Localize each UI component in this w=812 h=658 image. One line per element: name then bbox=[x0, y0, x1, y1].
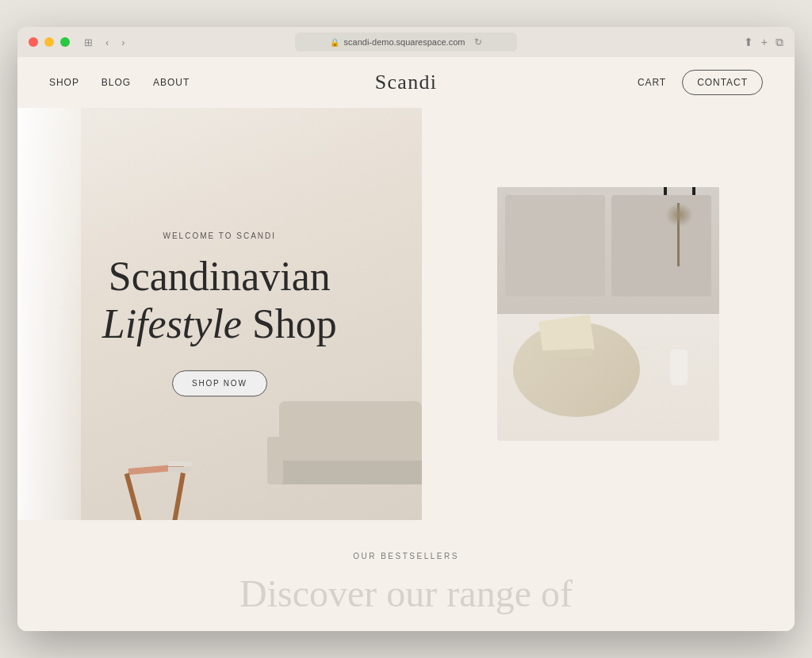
title-bar: ⊞ ‹ › 🔒 scandi-demo.squarespace.com ↻ ⬆ … bbox=[17, 27, 795, 57]
img-side-table-leg1 bbox=[664, 187, 667, 195]
nav-controls: ⊞ ‹ › bbox=[81, 35, 128, 50]
title-bar-right-actions: ⬆ + ⧉ bbox=[744, 36, 783, 49]
chair-leg-right bbox=[170, 472, 186, 520]
bestsellers-title: Discover our range of bbox=[49, 572, 763, 615]
sofa-arm bbox=[267, 437, 283, 484]
coffee-table-scene bbox=[497, 187, 719, 441]
sofa-decoration bbox=[263, 393, 422, 504]
refresh-icon[interactable]: ↻ bbox=[474, 36, 482, 48]
bestsellers-label: OUR BESTSELLERS bbox=[49, 552, 763, 560]
hero-subtitle: WELCOME TO SCANDI bbox=[77, 231, 362, 240]
curtain-decoration bbox=[17, 108, 81, 520]
sofa-back bbox=[279, 401, 422, 465]
book-1 bbox=[168, 461, 192, 466]
nav-shop[interactable]: SHOP bbox=[49, 77, 79, 88]
forward-button[interactable]: › bbox=[118, 35, 128, 50]
new-tab-button[interactable]: + bbox=[761, 36, 768, 48]
hero-title-normal: Shop bbox=[242, 301, 337, 346]
img-coffee-table bbox=[513, 322, 640, 417]
room-scene: WELCOME TO SCANDI Scandinavian Lifestyle… bbox=[17, 108, 422, 520]
img-sofa-cushion-left bbox=[505, 195, 605, 296]
back-button[interactable]: ‹ bbox=[102, 35, 112, 50]
hero-text-overlay: WELCOME TO SCANDI Scandinavian Lifestyle… bbox=[77, 231, 362, 396]
hero-image-right bbox=[422, 108, 795, 520]
shop-now-button[interactable]: SHOP NOW bbox=[172, 370, 267, 396]
img-vase bbox=[670, 350, 688, 385]
img-sofa-cushion-right bbox=[611, 195, 711, 296]
duplicate-button[interactable]: ⧉ bbox=[776, 36, 783, 49]
hero-title: Scandinavian Lifestyle Shop bbox=[77, 253, 362, 348]
bestsellers-section: OUR BESTSELLERS Discover our range of bbox=[17, 520, 795, 631]
books-decoration bbox=[168, 461, 192, 472]
share-button[interactable]: ⬆ bbox=[744, 36, 753, 48]
website-content: SHOP BLOG ABOUT Scandi CART CONTACT bbox=[17, 57, 795, 631]
chair-leg-left bbox=[124, 473, 146, 520]
address-bar[interactable]: 🔒 scandi-demo.squarespace.com ↻ bbox=[295, 33, 517, 52]
url-text: scandi-demo.squarespace.com bbox=[344, 37, 465, 47]
traffic-lights bbox=[29, 37, 70, 47]
hero-image-left: WELCOME TO SCANDI Scandinavian Lifestyle… bbox=[17, 108, 422, 520]
lock-icon: 🔒 bbox=[330, 38, 339, 47]
minimize-button[interactable] bbox=[44, 37, 54, 47]
nav-right: CART CONTACT bbox=[638, 70, 763, 95]
coffee-table-image bbox=[497, 187, 719, 441]
maximize-button[interactable] bbox=[60, 37, 70, 47]
navigation: SHOP BLOG ABOUT Scandi CART CONTACT bbox=[17, 57, 795, 108]
hero-section: WELCOME TO SCANDI Scandinavian Lifestyle… bbox=[17, 108, 795, 520]
nav-contact[interactable]: CONTACT bbox=[682, 70, 763, 95]
nav-about[interactable]: ABOUT bbox=[153, 77, 190, 88]
img-side-table-leg2 bbox=[692, 187, 695, 195]
sofa-seat bbox=[279, 461, 422, 484]
img-pampas-grass bbox=[677, 203, 680, 266]
close-button[interactable] bbox=[29, 37, 38, 47]
book-2 bbox=[168, 467, 190, 472]
sidebar-toggle-button[interactable]: ⊞ bbox=[81, 35, 96, 50]
hero-title-line1: Scandinavian bbox=[109, 254, 331, 299]
nav-left: SHOP BLOG ABOUT bbox=[49, 77, 190, 88]
site-logo[interactable]: Scandi bbox=[375, 71, 438, 94]
hero-title-italic: Lifestyle bbox=[102, 301, 242, 346]
nav-cart[interactable]: CART bbox=[638, 77, 666, 88]
nav-blog[interactable]: BLOG bbox=[102, 77, 131, 88]
